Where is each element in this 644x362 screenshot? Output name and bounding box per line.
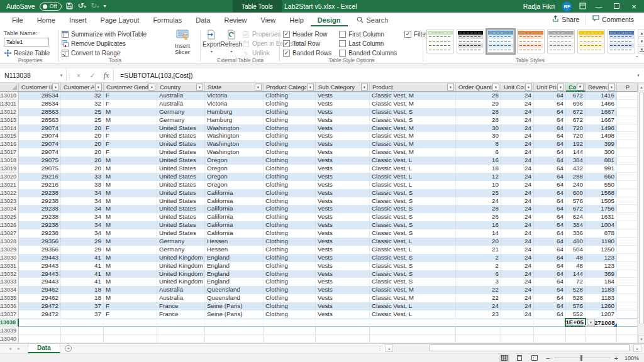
cell[interactable]: Washington — [205, 124, 264, 133]
cell[interactable]: Classic Vest, L — [370, 310, 456, 319]
cell[interactable]: 29074 — [19, 124, 61, 133]
cell[interactable] — [316, 335, 370, 343]
cell[interactable]: 24 — [501, 108, 534, 116]
cell[interactable]: 24 — [501, 246, 534, 254]
cell[interactable]: 24 — [501, 278, 534, 286]
cell[interactable]: California — [205, 189, 264, 197]
cell[interactable]: Victoria — [205, 92, 264, 100]
cell[interactable]: United States — [157, 189, 205, 197]
sheet-tab-data[interactable]: Data — [28, 344, 60, 353]
cell[interactable]: 64 — [534, 238, 566, 246]
cell[interactable]: 25 — [61, 108, 104, 116]
cell[interactable]: Vests — [316, 100, 370, 108]
cell[interactable]: Vests — [316, 124, 370, 133]
cell[interactable] — [566, 335, 586, 343]
cell[interactable]: 29443 — [19, 270, 61, 278]
cell[interactable]: 24 — [501, 221, 534, 229]
cell[interactable]: 64 — [534, 156, 566, 165]
cell[interactable]: 300 — [586, 148, 617, 156]
gallery-more-icon[interactable]: ▾ — [638, 46, 644, 53]
cell[interactable]: Classic Vest, S — [370, 221, 456, 229]
cell[interactable] — [617, 254, 638, 262]
cell[interactable]: 184 — [586, 278, 617, 286]
cell[interactable]: 41 — [61, 262, 104, 270]
cell[interactable]: 1631 — [586, 213, 617, 221]
selected-cell[interactable]: 1E+05 — [565, 318, 586, 327]
cell[interactable] — [534, 327, 566, 335]
cell[interactable]: 192 — [566, 140, 586, 148]
sheet-nav-right-icon[interactable]: ▸ — [18, 346, 20, 351]
cell[interactable] — [617, 173, 638, 181]
search-box[interactable]: Search — [357, 16, 389, 25]
cell[interactable]: Vests — [316, 286, 370, 294]
column-header-cost[interactable]: Cost▾ — [566, 83, 586, 92]
cell[interactable]: Classic Vest, M — [370, 140, 456, 148]
cell[interactable]: Classic Vest, S — [370, 229, 456, 238]
cell[interactable]: Classic Vest, S — [370, 108, 456, 116]
cell[interactable]: United Kingdom — [157, 270, 205, 278]
table-style-medium-gray[interactable] — [547, 30, 575, 53]
filter-dropdown-icon[interactable]: ▾ — [148, 84, 155, 90]
user-name[interactable]: Radja Fikri — [523, 3, 555, 10]
cell[interactable]: 528 — [566, 294, 586, 302]
cell[interactable] — [617, 238, 638, 246]
cell[interactable]: Clothing — [264, 116, 316, 124]
cell[interactable]: M — [104, 254, 157, 262]
convert-to-range-button[interactable]: Convert to Range — [61, 48, 169, 58]
cell[interactable]: Vests — [316, 302, 370, 310]
page-break-preview-icon[interactable] — [530, 354, 540, 362]
filter-dropdown-icon[interactable]: ▾ — [525, 84, 532, 90]
minimize-button[interactable]: — — [594, 3, 604, 10]
column-header-sub-category[interactable]: Sub Category▾ — [316, 83, 370, 92]
cell[interactable]: 37 — [61, 310, 104, 319]
page-layout-view-icon[interactable] — [514, 354, 525, 362]
row-number[interactable]: 113034 — [0, 286, 19, 294]
cell[interactable]: Clothing — [264, 108, 316, 116]
cell[interactable] — [617, 221, 638, 229]
row-number[interactable]: 113033 — [0, 278, 19, 286]
cell[interactable]: 29238 — [19, 221, 61, 229]
cell[interactable]: Vests — [316, 254, 370, 262]
horizontal-scrollbar[interactable]: ⋮ ◂ ▸ — [377, 344, 641, 353]
tab-insert[interactable]: Insert — [62, 14, 94, 26]
cell[interactable]: England — [205, 262, 264, 270]
cell[interactable]: Germany — [157, 116, 205, 124]
cell[interactable] — [617, 108, 638, 116]
cell[interactable]: France — [157, 302, 205, 310]
cell[interactable]: Classic Vest, L — [370, 181, 456, 189]
cell[interactable] — [617, 181, 638, 189]
filter-dropdown-icon[interactable]: ▾ — [307, 84, 314, 90]
cell[interactable]: United States — [157, 132, 205, 140]
cell[interactable]: United States — [157, 213, 205, 221]
cell[interactable]: 1498 — [586, 124, 617, 133]
tab-help[interactable]: Help — [282, 14, 311, 26]
cell[interactable]: 34 — [61, 189, 104, 197]
cell[interactable]: Germany — [157, 108, 205, 116]
cell[interactable]: Hamburg — [205, 108, 264, 116]
cell[interactable]: Clothing — [264, 310, 316, 319]
cell[interactable]: 24 — [501, 229, 534, 238]
cell[interactable]: Oregon — [205, 173, 264, 181]
cell[interactable] — [61, 319, 104, 327]
cell[interactable]: 21 — [456, 246, 501, 254]
cell[interactable]: 28 — [456, 116, 501, 124]
cell[interactable]: Vests — [316, 229, 370, 238]
cell[interactable] — [534, 335, 566, 343]
column-header-customer-id[interactable]: Customer ID▾ — [19, 83, 61, 92]
scroll-left-icon[interactable]: ◂ — [385, 344, 393, 352]
filter-dropdown-icon[interactable]: ▾ — [361, 84, 368, 90]
cell[interactable]: 18 — [61, 286, 104, 294]
cell[interactable]: 672 — [566, 92, 586, 100]
row-number[interactable]: 113021 — [0, 181, 19, 189]
cell[interactable]: 64 — [534, 221, 566, 229]
cell[interactable]: 24 — [501, 294, 534, 302]
formula-input[interactable]: =SUBTOTAL(103,[Cost]) — [113, 69, 633, 82]
cell[interactable]: F — [104, 132, 157, 140]
cell[interactable]: Classic Vest, M — [370, 100, 456, 108]
cell[interactable]: Vests — [316, 262, 370, 270]
table-name-input[interactable] — [4, 38, 49, 47]
tab-view[interactable]: View — [254, 14, 283, 26]
cell[interactable]: F — [104, 124, 157, 133]
cell[interactable]: 72 — [566, 278, 586, 286]
cell[interactable] — [586, 335, 617, 343]
